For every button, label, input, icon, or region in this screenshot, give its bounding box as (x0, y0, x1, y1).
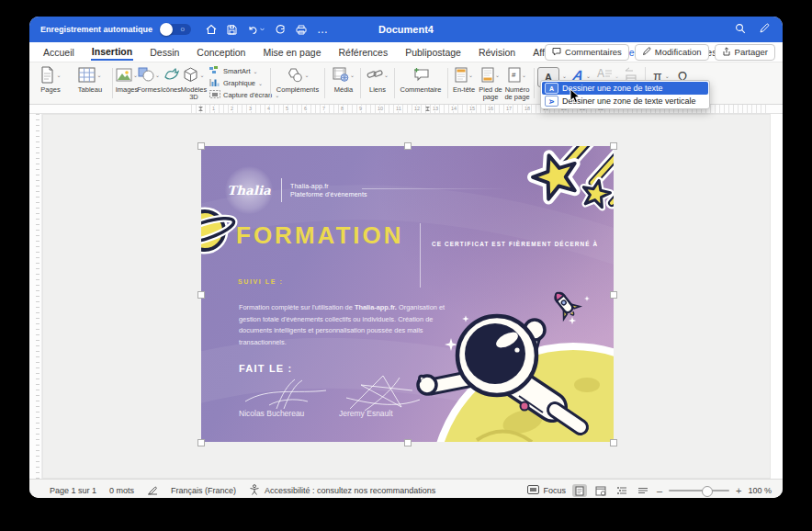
icons-button[interactable]: Icônes (160, 65, 182, 94)
tab-dessin[interactable]: Dessin (149, 45, 180, 60)
menu-item-draw-vertical-text-box[interactable]: A Dessiner une zone de texte verticale (542, 95, 708, 107)
tab-conception[interactable]: Conception (196, 45, 246, 60)
tab-revision[interactable]: Révision (478, 45, 516, 60)
home-icon[interactable] (206, 24, 217, 35)
title-bar: Enregistrement automatique o … Document4 (29, 17, 783, 42)
media-icon (333, 67, 349, 84)
web-layout-view-button[interactable] (593, 484, 608, 497)
addins-button[interactable]: ⌄ Compléments (274, 65, 321, 94)
more-commands-icon[interactable]: … (317, 27, 328, 32)
smartart-button[interactable]: SmartArt⌄ (209, 66, 258, 76)
focus-button[interactable]: Focus (527, 485, 566, 496)
zoom-out-button[interactable]: – (657, 485, 662, 496)
footer-button[interactable]: ⌄ Pied de page (478, 65, 503, 101)
chart-button[interactable]: Graphique⌄ (209, 78, 263, 88)
accessibility-icon (249, 484, 260, 497)
vertical-text-box-icon: A (545, 96, 558, 107)
svg-text:#: # (512, 71, 516, 79)
resize-handle-e[interactable] (610, 291, 617, 299)
new-comment-button[interactable]: Commentaire (397, 65, 445, 94)
comments-button[interactable]: Commentaires (545, 44, 629, 61)
search-icon[interactable] (735, 21, 746, 38)
text-box-dropdown-menu: A Dessiner une zone de texte A Dessiner … (540, 80, 710, 109)
document-canvas[interactable]: Thalia Thalia-app.fr Plateforme d'évènem… (29, 114, 783, 479)
pages-icon (39, 66, 55, 85)
ruler-number: 8 (340, 106, 344, 111)
ruler-number: 18 (524, 106, 531, 111)
wordart-dropdown-arrow[interactable]: ⌄ (586, 73, 591, 79)
draft-view-button[interactable] (636, 484, 650, 497)
header-icon (455, 67, 468, 85)
proofing-pen-icon[interactable] (147, 485, 158, 497)
links-icon (367, 68, 383, 83)
ruler-number: 17 (505, 106, 513, 111)
undo-icon[interactable] (247, 24, 265, 35)
share-button[interactable]: Partager (715, 44, 775, 61)
autosave-toggle[interactable]: o (160, 24, 191, 35)
table-button[interactable]: ⌄ Tableau (72, 65, 108, 94)
editing-mode-button[interactable]: Modification (635, 44, 709, 61)
text-box-icon: A (545, 83, 558, 94)
vertical-ruler[interactable] (29, 114, 42, 479)
word-count[interactable]: 0 mots (109, 486, 134, 495)
header-button[interactable]: ⌄ En-tête (450, 65, 478, 94)
equation-dropdown-arrow[interactable]: ⌄ (665, 73, 670, 79)
tab-references[interactable]: Références (337, 45, 389, 60)
resize-handle-s[interactable] (404, 439, 412, 446)
outline-view-button[interactable] (615, 484, 629, 497)
page-indicator[interactable]: Page 1 sur 1 (50, 486, 96, 495)
zoom-slider-knob[interactable] (702, 486, 713, 497)
ruler-number: 1 (211, 106, 216, 111)
ruler-number: 3 (248, 106, 253, 111)
shapes-button[interactable]: ⌄ Formes (137, 65, 161, 94)
resize-handle-n[interactable] (404, 142, 412, 150)
resize-handle-ne[interactable] (610, 142, 617, 150)
smartart-group: SmartArt⌄ Graphique⌄ Capture d'écran⌄ (209, 66, 279, 100)
zoom-in-button[interactable]: + (736, 485, 741, 496)
pages-button[interactable]: ⌄ Pages (33, 65, 68, 94)
menu-item-draw-text-box[interactable]: A Dessiner une zone de texte (542, 82, 708, 95)
resize-handle-se[interactable] (610, 439, 617, 446)
footer-icon (481, 67, 494, 85)
text-box-dropdown-arrow[interactable]: ⌄ (562, 73, 567, 79)
focus-icon (527, 485, 539, 496)
pencil-icon[interactable] (759, 21, 770, 38)
print-icon[interactable] (296, 25, 307, 35)
chart-icon (209, 78, 220, 88)
zoom-slider[interactable] (669, 490, 729, 491)
shooting-stars-illustration (528, 146, 614, 209)
ruler-number: 10 (377, 106, 384, 111)
images-button[interactable]: ⌄ Images (115, 65, 139, 94)
resize-handle-nw[interactable] (197, 142, 205, 150)
resize-handle-w[interactable] (197, 291, 205, 299)
models-3d-button[interactable]: ⌄ Modèles 3D (181, 65, 207, 101)
links-button[interactable]: ⌄ Liens (362, 65, 393, 94)
accessibility-status[interactable]: Accessibilité : consultez nos recommanda… (249, 484, 435, 497)
ruler-number: 15 (468, 106, 476, 111)
ruler-number: 9 (358, 106, 363, 111)
table-icon (78, 67, 96, 85)
certificate-title: FORMATION (236, 221, 404, 250)
tab-publipostage[interactable]: Publipostage (404, 45, 462, 60)
tab-insertion[interactable]: Insertion (91, 44, 133, 61)
print-layout-view-button[interactable] (572, 484, 587, 497)
suivi-label: SUIVI LE : (238, 278, 283, 285)
ruler-number: 13 (432, 106, 439, 111)
page-number-icon: # (508, 67, 521, 85)
resize-handle-sw[interactable] (197, 439, 205, 446)
certificate-image[interactable]: Thalia Thalia-app.fr Plateforme d'évènem… (201, 146, 614, 442)
cube-3d-icon (183, 67, 198, 85)
addins-icon (286, 67, 303, 85)
page-number-button[interactable]: #⌄ Numéro de page (503, 65, 531, 101)
redo-icon[interactable] (275, 24, 286, 35)
language-indicator[interactable]: Français (France) (171, 486, 236, 495)
media-button[interactable]: ⌄ Média (327, 65, 360, 94)
ruler-number: 2 (230, 106, 234, 111)
images-icon (116, 68, 132, 84)
ruler-number: 16 (487, 106, 494, 111)
tab-accueil[interactable]: Accueil (42, 45, 75, 60)
screenshot-button[interactable]: Capture d'écran⌄ (209, 90, 279, 100)
tab-mise-en-page[interactable]: Mise en page (262, 45, 321, 60)
zoom-percentage[interactable]: 100 % (748, 486, 772, 495)
save-icon[interactable] (227, 25, 237, 35)
